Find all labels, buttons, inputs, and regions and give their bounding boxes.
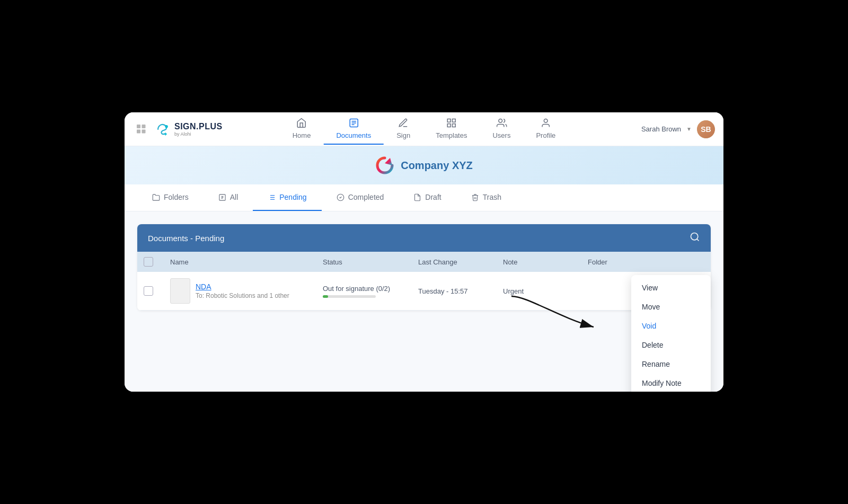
doc-thumbnail: [170, 278, 190, 304]
svg-point-12: [544, 119, 547, 123]
logo-text: SIGN.PLUS by Alohi: [174, 122, 223, 137]
logo-by-text: by Alohi: [174, 131, 223, 137]
nav-documents-label: Documents: [336, 131, 371, 139]
svg-point-21: [691, 233, 698, 240]
search-button[interactable]: [690, 232, 700, 244]
tab-pending-label: Pending: [279, 193, 306, 201]
context-menu-item-view[interactable]: View: [631, 278, 711, 297]
nav-right: Sarah Brown ▼ SB: [641, 120, 715, 138]
logo-sign-text: SIGN.PLUS: [174, 122, 223, 131]
nav-item-home[interactable]: Home: [280, 113, 324, 145]
row-name-cell: NDA To: Robotic Solutions and 1 other: [170, 278, 323, 304]
tab-all-label: All: [230, 193, 238, 201]
doc-name-subtitle: To: Robotic Solutions and 1 other: [196, 292, 289, 299]
tab-folders-label: Folders: [164, 193, 189, 201]
company-name: Company XYZ: [401, 160, 473, 172]
row-note: Urgent: [503, 287, 588, 295]
table-row: NDA To: Robotic Solutions and 1 other Ou…: [137, 272, 711, 311]
table-header: Documents - Pending: [137, 224, 711, 252]
svg-point-5: [165, 125, 167, 128]
svg-rect-10: [452, 124, 455, 127]
row-checkbox[interactable]: [144, 286, 153, 296]
row-checkbox-cell: [144, 286, 170, 296]
svg-rect-0: [137, 125, 140, 128]
tab-folders[interactable]: Folders: [137, 184, 204, 211]
svg-rect-3: [142, 129, 146, 133]
nav-sign-label: Sign: [396, 131, 410, 139]
context-menu-item-void[interactable]: Void: [631, 316, 711, 335]
svg-line-22: [697, 239, 699, 241]
context-menu-item-rename[interactable]: Rename: [631, 355, 711, 374]
grid-icon[interactable]: [133, 121, 150, 138]
top-nav: SIGN.PLUS by Alohi Home Documents: [125, 112, 723, 146]
svg-rect-2: [137, 129, 140, 133]
select-all-checkbox[interactable]: [144, 257, 153, 267]
tab-bar: Folders All Pending: [125, 184, 723, 211]
avatar[interactable]: SB: [697, 120, 715, 138]
tab-trash-label: Trash: [483, 193, 501, 201]
row-status-cell: Out for signature (0/2): [323, 285, 418, 298]
nav-item-templates[interactable]: Templates: [423, 113, 480, 145]
svg-rect-9: [447, 124, 450, 127]
main-content: Documents - Pending Name Status Last Cha…: [125, 211, 723, 392]
tab-all[interactable]: All: [204, 184, 253, 211]
status-bar-track: [323, 295, 376, 298]
col-note: Note: [503, 257, 588, 267]
nav-home-label: Home: [293, 131, 311, 139]
col-name: Name: [170, 257, 323, 267]
nav-item-profile[interactable]: Profile: [523, 113, 568, 145]
row-last-change: Tuesday - 15:57: [418, 287, 503, 295]
documents-table: Documents - Pending Name Status Last Cha…: [137, 224, 711, 311]
nav-profile-label: Profile: [536, 131, 555, 139]
col-folder: Folder: [588, 257, 673, 267]
tab-trash[interactable]: Trash: [456, 184, 516, 211]
table-columns: Name Status Last Change Note Folder: [137, 252, 711, 272]
tab-completed-label: Completed: [348, 193, 384, 201]
context-menu-item-delete[interactable]: Delete: [631, 335, 711, 355]
app-window: SIGN.PLUS by Alohi Home Documents: [125, 112, 723, 392]
col-checkbox: [144, 257, 170, 267]
tab-draft-label: Draft: [425, 193, 441, 201]
user-dropdown-icon[interactable]: ▼: [686, 126, 692, 132]
nav-items: Home Documents Sign: [280, 113, 569, 145]
company-banner: Company XYZ: [125, 146, 723, 184]
svg-rect-8: [452, 119, 455, 122]
svg-point-11: [499, 119, 502, 123]
status-bar-fill: [323, 295, 328, 298]
nav-item-users[interactable]: Users: [480, 113, 523, 145]
nav-templates-label: Templates: [436, 131, 467, 139]
nav-users-label: Users: [492, 131, 510, 139]
tab-draft[interactable]: Draft: [399, 184, 456, 211]
context-menu-item-move[interactable]: Move: [631, 297, 711, 316]
status-text: Out for signature (0/2): [323, 285, 418, 293]
logo: SIGN.PLUS by Alohi: [154, 121, 223, 138]
context-menu: View Move Void Delete Rename Modify Note…: [631, 275, 711, 392]
context-menu-item-modify-note[interactable]: Modify Note: [631, 374, 711, 392]
tab-pending[interactable]: Pending: [253, 184, 321, 211]
col-last-change: Last Change: [418, 257, 503, 267]
nav-item-sign[interactable]: Sign: [384, 113, 423, 145]
svg-rect-4: [154, 121, 171, 138]
user-name: Sarah Brown: [641, 125, 681, 133]
doc-name-info: NDA To: Robotic Solutions and 1 other: [196, 282, 289, 299]
svg-rect-7: [447, 119, 450, 122]
avatar-image: SB: [697, 120, 715, 138]
col-actions: [673, 257, 704, 267]
tab-completed[interactable]: Completed: [322, 184, 399, 211]
col-status: Status: [323, 257, 418, 267]
table-title: Documents - Pending: [148, 234, 224, 243]
nav-item-documents[interactable]: Documents: [323, 113, 384, 145]
svg-rect-1: [142, 125, 146, 128]
doc-name-link[interactable]: NDA: [196, 282, 289, 291]
